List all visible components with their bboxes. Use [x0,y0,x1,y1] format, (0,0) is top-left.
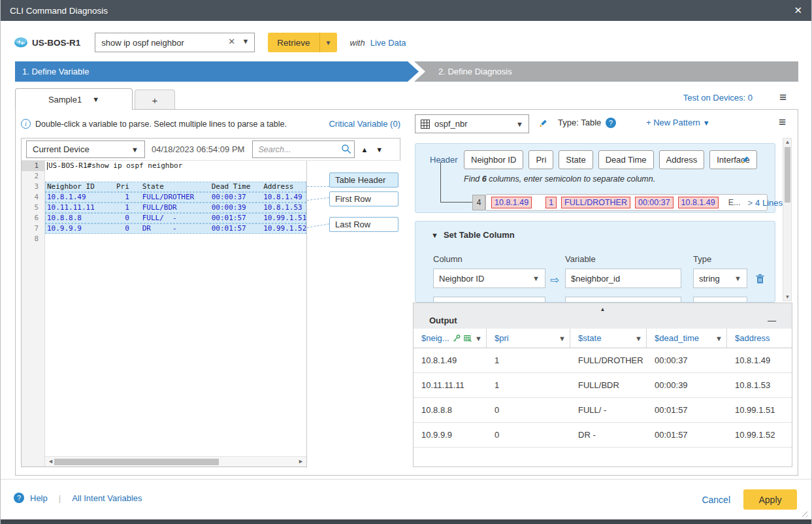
resize-handle[interactable] [800,509,807,517]
edit-header-pencil-icon[interactable] [740,154,751,165]
scroll-up-icon[interactable]: ▲ [784,139,791,145]
new-pattern-link[interactable]: + New Pattern▼ [646,118,710,127]
live-data-link[interactable]: Live Data [370,38,406,48]
step-define-variable[interactable]: 1. Define Variable [15,61,419,82]
type-select[interactable]: string ▼ [693,269,747,288]
apply-button[interactable]: Apply [743,489,797,510]
critical-variable-link[interactable]: Critical Variable (0) [329,119,400,129]
scroll-left-icon[interactable]: ◄ [48,458,54,465]
column-select[interactable] [433,297,545,303]
device-name: US-BOS-R1 [32,38,80,48]
tab-sample1[interactable]: Sample1 ▼ [15,88,133,110]
command-dropdown-icon[interactable]: ▼ [242,37,249,45]
variable-input[interactable] [565,297,681,303]
code-line[interactable]: US-BOS-R1#show ip ospf neighbor [45,161,306,171]
edit-variable-pencil-icon[interactable] [538,118,549,128]
info-icon: i [21,119,31,129]
code-line-selected[interactable]: 10.8.1.49 1 FULL/DROTHER 00:00:37 10.8.1… [45,192,306,203]
code-line-selected[interactable]: Neighbor ID Pri State Dead Time Address [45,182,306,192]
close-icon[interactable]: ✕ [794,5,802,16]
expand-lines-link[interactable]: >4 Lines [748,198,783,208]
set-table-column-title[interactable]: ▼Set Table Column [431,230,515,240]
hscroll-thumb[interactable] [54,459,219,465]
editor-horizontal-scrollbar[interactable]: ◄ ► [45,456,306,467]
scroll-right-icon[interactable]: ► [298,458,304,465]
add-sample-tab[interactable]: + [135,90,175,110]
pattern-vertical-scrollbar[interactable]: ▲ ▼ [783,138,792,301]
type-select[interactable] [693,297,747,303]
matched-value[interactable]: 00:00:37 [635,197,674,208]
device-scope-select[interactable]: Current Device ▼ [26,140,145,158]
sample1-dropdown-icon[interactable]: ▼ [92,95,99,103]
help-icon[interactable]: ? [14,493,24,503]
output-col-dead-time[interactable]: $dead_time ▼ [647,329,727,348]
output-col-label: $pri [495,333,509,343]
header-column-box[interactable]: Pri [528,150,553,169]
line-number: 7 [22,223,44,234]
connector-dash [307,197,329,201]
output-col-chevron-icon[interactable]: ▼ [635,335,642,342]
test-on-devices-link[interactable]: Test on Devices: 0 [683,93,753,103]
cell: 10.9.9.9 [414,430,487,440]
output-panel: ▲ Output — $neig... [413,303,792,467]
output-col-state[interactable]: $state ▼ [570,329,647,348]
matched-value[interactable]: 10.8.1.49 [678,197,719,208]
all-intent-variables-link[interactable]: All Intent Variables [72,493,142,503]
help-link[interactable]: Help [30,493,48,503]
step-define-diagnosis[interactable]: 2. Define Diagnosis [402,61,798,82]
cli-output-editor: 1 2 3 4 5 6 7 8 US-BOS-R1#show ip ospf n… [22,161,306,467]
first-row-label[interactable]: First Row [329,191,398,206]
table-header-label[interactable]: Table Header [329,172,398,188]
type-help-icon[interactable]: ? [606,118,616,128]
retrieve-dropdown-icon[interactable]: ▼ [319,33,337,52]
code-line[interactable] [45,171,306,182]
variable-select[interactable]: ospf_nbr ▼ [415,114,529,133]
column-select[interactable]: Neighbor ID ▼ [433,269,545,288]
vscroll-thumb[interactable] [785,147,790,203]
cancel-button[interactable]: Cancel [702,495,730,505]
table-row: 10.8.8.8 0 FULL/ - 00:01:57 10.99.1.51 [414,398,792,423]
code-line-selected[interactable]: 10.11.11.11 1 FULL/BDR 00:00:39 10.8.1.5… [45,203,306,213]
variable-name: ospf_nbr [434,119,468,129]
search-next-icon[interactable]: ▼ [376,146,383,154]
key-icon[interactable] [453,333,461,343]
connector-dash [307,186,329,187]
search-prev-icon[interactable]: ▲ [361,146,368,154]
code-line-selected[interactable]: 10.8.8.8 0 FULL/ - 00:01:57 10.99.1.51 [45,213,306,223]
delete-column-trash-icon[interactable] [755,274,765,284]
matched-value[interactable]: 1 [545,197,557,208]
code-line[interactable] [45,234,306,244]
code-line-selected[interactable]: 10.9.9.9 0 DR - 00:01:57 10.99.1.52 [45,223,306,234]
minimize-output-icon[interactable]: — [768,316,776,325]
search-icon[interactable] [341,144,351,154]
search-input[interactable] [252,140,355,158]
type-select-chevron-icon: ▼ [734,274,741,282]
editor-code-area[interactable]: US-BOS-R1#show ip ospf neighbor Neighbor… [45,161,306,456]
line-number: 2 [22,171,44,182]
header-column-box[interactable]: Neighbor ID [464,150,523,169]
cell: FULL/DROTHER [570,355,647,365]
scroll-down-icon[interactable]: ▼ [784,294,791,300]
menu-icon[interactable]: ≡ [779,90,787,105]
variable-input[interactable]: $neighbor_id [565,269,681,288]
cell: 00:01:57 [647,405,727,415]
clear-command-icon[interactable]: ✕ [228,37,235,46]
header-column-box[interactable]: Address [659,150,705,169]
connector-dash [307,223,329,227]
pattern-menu-icon[interactable]: ≡ [779,115,786,129]
output-col-pri[interactable]: $pri ▼ [487,329,570,348]
matched-value[interactable]: 10.8.1.49 [491,197,532,208]
output-col-address[interactable]: $address [727,329,792,348]
output-col-neighbor[interactable]: $neig... ▼ [414,329,487,348]
retrieve-button[interactable]: Retrieve [268,33,319,52]
output-col-chevron-icon[interactable]: ▼ [559,335,566,342]
output-col-chevron-icon[interactable]: ▼ [715,335,723,342]
header-column-box[interactable]: State [559,150,593,169]
last-row-label[interactable]: Last Row [329,217,398,232]
table-key-icon[interactable] [464,334,472,343]
header-pattern-box: Header Neighbor ID Pri State Dead Time A… [415,143,775,213]
cell: FULL/BDR [570,380,647,390]
header-column-box[interactable]: Dead Time [598,150,654,169]
output-col-chevron-icon[interactable]: ▼ [475,335,482,342]
matched-value[interactable]: FULL/DROTHER [561,197,630,208]
